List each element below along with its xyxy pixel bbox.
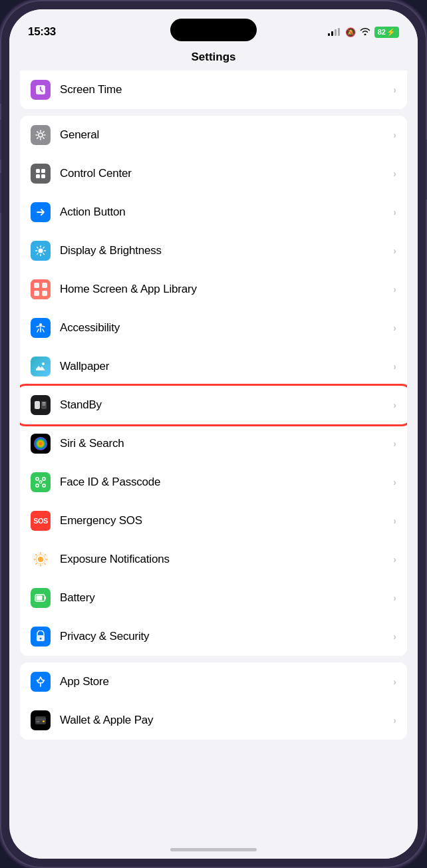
accessibility-icon: [31, 318, 51, 338]
battery-icon: [31, 588, 51, 608]
action-button-label: Action Button: [60, 206, 393, 219]
emergency-sos-label: Emergency SOS: [60, 514, 393, 527]
battery-indicator: 82 ⚡: [374, 27, 399, 38]
wallpaper-icon: [31, 357, 51, 376]
home-screen-chevron: ›: [393, 284, 396, 295]
display-icon: [31, 241, 51, 261]
emergency-sos-chevron: ›: [393, 515, 396, 526]
privacy-label: Privacy & Security: [60, 630, 393, 643]
wallpaper-chevron: ›: [393, 361, 396, 372]
face-id-icon: [31, 472, 51, 492]
settings-row-control-center[interactable]: Control Center ›: [20, 154, 407, 193]
screen-time-label: Screen Time: [60, 83, 393, 96]
silent-switch[interactable]: [0, 80, 1, 104]
section-main-settings: General › Control Center ›: [20, 116, 407, 656]
general-chevron: ›: [393, 130, 396, 140]
siri-icon: [31, 434, 51, 454]
svg-point-24: [41, 482, 42, 482]
svg-rect-19: [36, 478, 39, 480]
phone-screen: 15:33 🔕: [9, 9, 418, 859]
home-screen-label: Home Screen & App Library: [60, 283, 393, 296]
app-store-label: App Store: [60, 675, 393, 688]
wallet-label: Wallet & Apple Pay: [60, 714, 393, 727]
volume-down-button[interactable]: [0, 173, 1, 213]
svg-rect-16: [43, 402, 46, 404]
dynamic-island: [170, 19, 257, 41]
privacy-chevron: ›: [393, 631, 396, 642]
exposure-label: Exposure Notifications: [60, 553, 393, 566]
settings-row-action-button[interactable]: Action Button ›: [20, 193, 407, 231]
svg-rect-7: [31, 279, 51, 299]
wallpaper-label: Wallpaper: [60, 360, 393, 373]
svg-point-1: [39, 133, 43, 137]
exposure-icon: [31, 549, 51, 569]
display-chevron: ›: [393, 245, 396, 256]
section-store: App Store › Wallet & Apple Pay ›: [20, 662, 407, 740]
settings-row-screen-time[interactable]: Screen Time ›: [20, 71, 407, 109]
silent-mode-icon: 🔕: [345, 27, 356, 37]
section-screen-time: Screen Time ›: [20, 71, 407, 109]
standby-label: StandBy: [60, 398, 393, 412]
settings-row-display[interactable]: Display & Brightness ›: [20, 231, 407, 270]
siri-chevron: ›: [393, 438, 396, 449]
svg-rect-9: [42, 283, 47, 288]
phone-frame: 15:33 🔕: [0, 0, 427, 868]
privacy-icon: [31, 627, 51, 647]
app-store-icon: [31, 672, 51, 692]
battery-chevron: ›: [393, 593, 396, 603]
control-center-icon: [31, 164, 51, 184]
svg-rect-29: [45, 597, 46, 600]
wallet-chevron: ›: [393, 715, 396, 726]
action-button-icon: [31, 202, 51, 222]
svg-rect-30: [37, 596, 43, 601]
svg-rect-21: [36, 484, 39, 487]
face-id-label: Face ID & Passcode: [60, 476, 393, 489]
battery-label: Battery: [60, 591, 393, 605]
settings-row-app-store[interactable]: App Store ›: [20, 662, 407, 701]
standby-icon: [31, 395, 51, 415]
home-bar: [170, 848, 257, 851]
svg-rect-8: [34, 283, 39, 288]
svg-rect-20: [43, 478, 45, 480]
page-title: Settings: [191, 51, 235, 63]
settings-row-accessibility[interactable]: Accessibility ›: [20, 309, 407, 347]
svg-point-32: [40, 638, 42, 640]
general-icon: [31, 125, 51, 145]
settings-content[interactable]: Screen Time › General ›: [9, 71, 418, 840]
svg-point-6: [39, 249, 43, 253]
wallet-icon: [31, 710, 51, 730]
settings-row-general[interactable]: General ›: [20, 116, 407, 154]
battery-charging-icon: ⚡: [386, 28, 396, 37]
settings-row-wallpaper[interactable]: Wallpaper ›: [20, 347, 407, 386]
svg-point-23: [39, 482, 40, 482]
accessibility-label: Accessibility: [60, 321, 393, 335]
svg-rect-11: [42, 291, 47, 296]
volume-up-button[interactable]: [0, 120, 1, 160]
status-right: 🔕 82 ⚡: [328, 27, 399, 38]
settings-row-home-screen[interactable]: Home Screen & App Library ›: [20, 270, 407, 309]
svg-point-13: [42, 362, 45, 365]
svg-rect-3: [41, 169, 45, 173]
settings-row-privacy[interactable]: Privacy & Security ›: [20, 617, 407, 656]
settings-row-face-id[interactable]: Face ID & Passcode ›: [20, 463, 407, 502]
app-store-chevron: ›: [393, 676, 396, 687]
control-center-label: Control Center: [60, 167, 393, 180]
settings-row-emergency-sos[interactable]: SOS Emergency SOS ›: [20, 502, 407, 540]
display-label: Display & Brightness: [60, 244, 393, 257]
svg-rect-17: [43, 404, 46, 406]
svg-rect-35: [43, 721, 45, 722]
settings-row-standby[interactable]: StandBy ›: [20, 386, 407, 424]
signal-icon: [328, 28, 340, 36]
svg-rect-10: [34, 291, 39, 296]
status-time: 15:33: [28, 25, 56, 39]
settings-row-wallet[interactable]: Wallet & Apple Pay ›: [20, 701, 407, 740]
settings-row-exposure[interactable]: Exposure Notifications ›: [20, 540, 407, 579]
home-screen-icon: [31, 279, 51, 299]
svg-rect-5: [41, 174, 45, 178]
svg-rect-2: [36, 169, 40, 173]
settings-row-battery[interactable]: Battery ›: [20, 579, 407, 617]
battery-percent: 82: [378, 28, 386, 36]
general-label: General: [60, 128, 393, 142]
control-center-chevron: ›: [393, 168, 396, 179]
settings-row-siri[interactable]: Siri & Search ›: [20, 424, 407, 463]
